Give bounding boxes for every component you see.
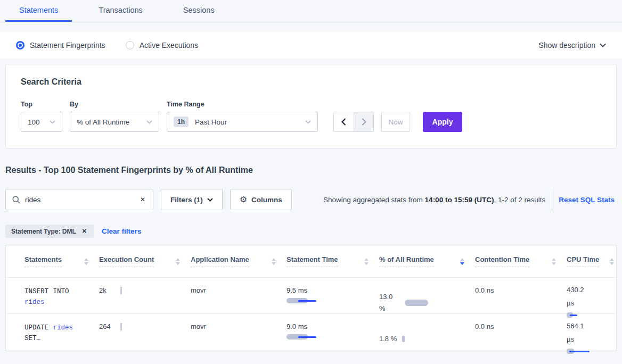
sort-icon-active-desc[interactable] bbox=[460, 258, 464, 265]
column-header-label[interactable]: Application Name bbox=[191, 255, 249, 267]
apply-button[interactable]: Apply bbox=[423, 112, 462, 132]
time-range-select[interactable]: 1h Past Hour bbox=[167, 112, 318, 132]
column-header-statements: Statements bbox=[24, 255, 99, 267]
table-row: INSERT INTO rides 2k movr 9.5 ms 13.0 % … bbox=[6, 277, 616, 313]
now-button[interactable]: Now bbox=[381, 112, 410, 132]
column-header-label[interactable]: Contention Time bbox=[475, 255, 529, 267]
time-range-label: Time Range bbox=[167, 101, 318, 108]
search-input[interactable] bbox=[25, 196, 139, 204]
runtime-pct-bar bbox=[402, 336, 405, 342]
stats-time-range: 14:00 to 15:59 (UTC) bbox=[425, 196, 494, 204]
sort-icon[interactable] bbox=[84, 258, 88, 265]
column-header-execution-count: Execution Count bbox=[99, 255, 191, 267]
sort-icon[interactable] bbox=[552, 258, 556, 265]
statements-table: Statements Execution Count Application N… bbox=[5, 245, 617, 351]
next-time-range-button[interactable] bbox=[354, 112, 373, 131]
filter-chips-row: Statement Type: DML ✕ Clear filters bbox=[5, 225, 617, 238]
chevron-down-icon bbox=[50, 120, 55, 124]
aggregated-stats-note: Showing aggregated stats from 14:00 to 1… bbox=[323, 196, 545, 204]
column-header-label[interactable]: Execution Count bbox=[99, 255, 154, 267]
vertical-divider bbox=[552, 188, 552, 211]
column-header-pct-all-runtime: % of All Runtime bbox=[379, 255, 475, 267]
sort-icon[interactable] bbox=[176, 258, 180, 265]
time-range-badge: 1h bbox=[174, 117, 189, 127]
time-range-pager bbox=[333, 112, 374, 132]
view-toggle-bar: Statement Fingerprints Active Executions… bbox=[0, 32, 622, 59]
search-box[interactable]: ✕ bbox=[5, 189, 153, 210]
by-label: By bbox=[70, 101, 159, 108]
tab-sessions[interactable]: Sessions bbox=[169, 1, 228, 22]
statement-time-cell: 9.0 ms bbox=[287, 314, 379, 355]
chevron-down-icon bbox=[146, 120, 152, 124]
contention-time-cell: 0.0 ns bbox=[475, 314, 567, 355]
clear-search-icon[interactable]: ✕ bbox=[139, 195, 146, 204]
column-header-label[interactable]: % of All Runtime bbox=[379, 255, 434, 267]
search-icon bbox=[12, 196, 20, 204]
runtime-pct-cell: 1.8 % bbox=[379, 314, 475, 355]
chevron-down-icon bbox=[305, 120, 311, 124]
execution-count-bar bbox=[120, 287, 122, 294]
sort-icon[interactable] bbox=[364, 258, 369, 265]
show-description-label: Show description bbox=[538, 41, 595, 49]
execution-count-cell: 2k bbox=[99, 278, 191, 319]
execution-count-bar bbox=[120, 323, 122, 330]
cpu-time-bar bbox=[567, 312, 599, 319]
runtime-pct-cell: 13.0 % bbox=[379, 278, 475, 319]
statement-cell[interactable]: INSERT INTO rides bbox=[24, 278, 87, 319]
application-name-cell: movr bbox=[191, 278, 287, 319]
results-heading: Results - Top 100 Statement Fingerprints… bbox=[5, 166, 617, 175]
radio-label: Statement Fingerprints bbox=[30, 41, 105, 49]
column-header-label[interactable]: Statement Time bbox=[287, 255, 338, 267]
chevron-down-icon bbox=[207, 198, 213, 202]
execution-count-cell: 264 bbox=[99, 314, 191, 355]
show-description-toggle[interactable]: Show description bbox=[538, 41, 606, 49]
column-header-label[interactable]: CPU Time bbox=[567, 255, 599, 267]
results-toolbar: ✕ Filters (1) ⚙ Columns Showing aggregat… bbox=[5, 188, 617, 211]
top-select[interactable]: 100 bbox=[21, 112, 62, 132]
column-header-statement-time: Statement Time bbox=[287, 255, 379, 267]
tab-transactions[interactable]: Transactions bbox=[85, 1, 156, 22]
filters-button[interactable]: Filters (1) bbox=[161, 189, 223, 210]
remove-filter-icon[interactable]: ✕ bbox=[81, 227, 88, 236]
by-select-value: % of All Runtime bbox=[77, 118, 129, 126]
tab-statements[interactable]: Statements bbox=[5, 1, 72, 22]
radio-label: Active Executions bbox=[140, 41, 199, 49]
table-row: UPDATE rides SET… 264 movr 9.0 ms 1.8 % … bbox=[6, 313, 616, 351]
previous-time-range-button[interactable] bbox=[334, 112, 354, 131]
column-header-application-name: Application Name bbox=[191, 255, 287, 267]
top-label: Top bbox=[21, 101, 62, 108]
reset-sql-stats-link[interactable]: Reset SQL Stats bbox=[559, 196, 615, 204]
statement-time-bar bbox=[287, 298, 318, 304]
application-name-cell: movr bbox=[191, 314, 287, 355]
column-header-contention-time: Contention Time bbox=[475, 255, 567, 267]
sort-icon[interactable] bbox=[610, 258, 614, 265]
column-header-label[interactable]: Statements bbox=[24, 255, 62, 267]
cpu-time-bar bbox=[567, 349, 599, 355]
filter-chip-statement-type[interactable]: Statement Type: DML ✕ bbox=[5, 225, 94, 238]
chevron-left-icon bbox=[341, 118, 346, 126]
radio-selected-icon bbox=[16, 41, 24, 49]
top-select-value: 100 bbox=[28, 118, 40, 126]
statement-time-cell: 9.5 ms bbox=[287, 278, 379, 319]
cpu-time-cell: 430.2 µs bbox=[567, 278, 617, 319]
radio-statement-fingerprints[interactable]: Statement Fingerprints bbox=[16, 41, 105, 49]
columns-button[interactable]: ⚙ Columns bbox=[230, 189, 292, 210]
table-header-row: Statements Execution Count Application N… bbox=[6, 245, 616, 277]
contention-time-cell: 0.0 ns bbox=[475, 278, 567, 319]
statement-cell[interactable]: UPDATE rides SET… bbox=[24, 314, 87, 355]
by-select[interactable]: % of All Runtime bbox=[70, 112, 159, 132]
sort-icon[interactable] bbox=[272, 258, 276, 265]
filters-button-label: Filters (1) bbox=[170, 196, 203, 204]
filter-chip-label: Statement Type: DML bbox=[11, 228, 76, 235]
search-criteria-panel: Search Criteria Top 100 By % of All Runt… bbox=[5, 64, 617, 148]
cpu-time-cell: 564.1 µs bbox=[567, 314, 617, 355]
radio-active-executions[interactable]: Active Executions bbox=[126, 41, 199, 49]
column-header-cpu-time: CPU Time bbox=[567, 255, 617, 267]
gear-icon: ⚙ bbox=[240, 195, 247, 204]
clear-filters-link[interactable]: Clear filters bbox=[102, 227, 141, 235]
runtime-pct-bar bbox=[405, 300, 428, 306]
time-range-value: Past Hour bbox=[195, 118, 227, 126]
statement-link[interactable]: rides bbox=[53, 324, 73, 332]
statement-link[interactable]: rides bbox=[24, 299, 45, 306]
statement-time-bar bbox=[287, 334, 318, 341]
